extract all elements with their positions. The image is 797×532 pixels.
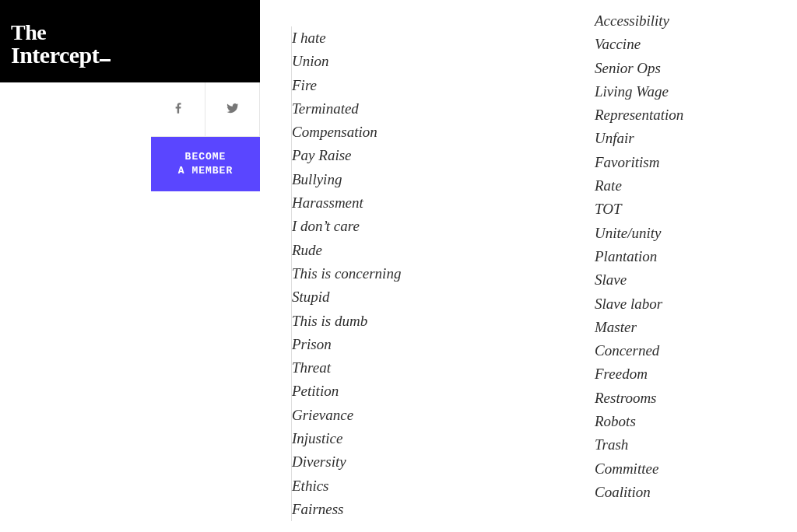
content-area: I hateUnionFireTerminatedCompensationPay… xyxy=(280,0,797,532)
list-item: Plantation xyxy=(595,245,683,268)
share-facebook-button[interactable] xyxy=(151,82,205,137)
list-item: Stupid xyxy=(292,285,401,309)
list-item: Representation xyxy=(595,103,683,127)
share-twitter-button[interactable] xyxy=(205,82,260,137)
logo-line1: The xyxy=(11,22,260,44)
logo-line2: Intercept xyxy=(11,44,260,67)
list-item: Favoritism xyxy=(595,151,683,174)
twitter-icon xyxy=(226,101,240,118)
cta-line2: A MEMBER xyxy=(178,164,233,178)
list-item: Accessibility xyxy=(595,9,683,33)
list-item: Unfair xyxy=(595,127,683,150)
become-member-button[interactable]: BECOME A MEMBER xyxy=(151,137,260,191)
list-item: Ethics xyxy=(292,474,401,498)
list-item: Senior Ops xyxy=(595,57,683,80)
list-item: Trash xyxy=(595,433,683,457)
list-item: Union xyxy=(292,50,401,73)
list-item: Slave labor xyxy=(595,292,683,316)
term-list-left: I hateUnionFireTerminatedCompensationPay… xyxy=(291,26,401,521)
list-item: Harassment xyxy=(292,191,401,215)
facebook-icon xyxy=(171,101,185,118)
list-item: Committee xyxy=(595,457,683,481)
list-item: Vaccine xyxy=(595,33,683,56)
list-item: Terminated xyxy=(292,97,401,121)
list-item: Freedom xyxy=(595,362,683,386)
list-item: Rate xyxy=(595,174,683,198)
list-item: Petition xyxy=(292,380,401,403)
list-item: Fire xyxy=(292,74,401,97)
logo-cursor-icon xyxy=(100,59,111,61)
list-item: Bullying xyxy=(292,168,401,191)
list-item: Coalition xyxy=(595,481,683,504)
list-item: Compensation xyxy=(292,121,401,144)
cta-line1: BECOME xyxy=(185,150,226,164)
list-item: Prison xyxy=(292,333,401,356)
site-logo[interactable]: The Intercept xyxy=(0,0,260,82)
list-item: Slave xyxy=(595,268,683,292)
list-item: Fairness xyxy=(292,498,401,521)
list-item: Master xyxy=(595,316,683,339)
list-item: Diversity xyxy=(292,450,401,474)
list-item: Living Wage xyxy=(595,80,683,103)
logo-wordmark: Intercept xyxy=(11,42,99,68)
list-item: Concerned xyxy=(595,339,683,362)
list-item: Threat xyxy=(292,356,401,380)
list-item: TOT xyxy=(595,198,683,221)
list-item: I don’t care xyxy=(292,215,401,238)
list-item: This is concerning xyxy=(292,262,401,285)
list-item: Injustice xyxy=(292,427,401,450)
list-item: I hate xyxy=(292,26,401,50)
list-item: Robots xyxy=(595,410,683,433)
term-list-right: AccessibilityVaccineSenior OpsLiving Wag… xyxy=(595,9,683,504)
list-item: This is dumb xyxy=(292,310,401,333)
list-item: Grievance xyxy=(292,404,401,427)
list-item: Unite/unity xyxy=(595,222,683,245)
list-item: Pay Raise xyxy=(292,144,401,167)
share-row xyxy=(151,82,260,137)
list-item: Restrooms xyxy=(595,387,683,410)
list-item: Rude xyxy=(292,239,401,262)
